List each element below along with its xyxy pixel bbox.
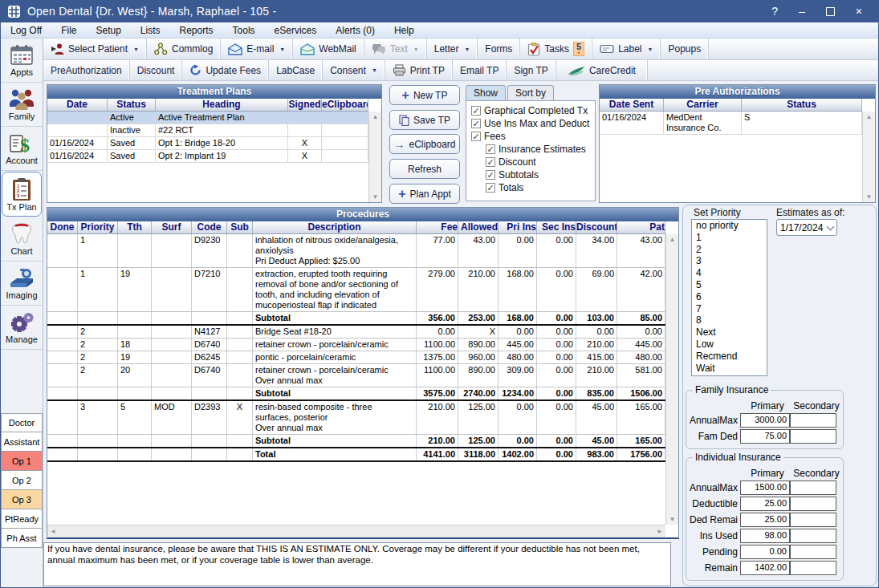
priority-list-item[interactable]: 7 bbox=[692, 303, 767, 315]
priority-list-item[interactable]: 2 bbox=[692, 244, 767, 256]
scroll-down-icon[interactable]: ▼ bbox=[372, 193, 379, 201]
estimate-disclaimer-note[interactable]: If you have dental insurance, please be … bbox=[43, 542, 671, 586]
grid-row[interactable]: 2N4127Bridge Seat #18-200.00X0.000.000.0… bbox=[47, 326, 665, 339]
sidebar-item-chart[interactable]: Chart bbox=[1, 217, 43, 262]
letter-button[interactable]: Letter ▼ bbox=[427, 39, 478, 59]
save-tp-button[interactable]: Save TP bbox=[389, 110, 460, 130]
tasks-count-badge[interactable]: 5▼ bbox=[573, 42, 584, 56]
priority-list-item[interactable]: 1 bbox=[692, 232, 767, 244]
checkbox-subtotals[interactable]: ✓ bbox=[486, 170, 495, 180]
remain-secondary-input[interactable] bbox=[790, 561, 836, 575]
forms-button[interactable]: Forms bbox=[478, 39, 520, 59]
labcase-button[interactable]: LabCase bbox=[269, 60, 323, 80]
grid-row[interactable]: 01/16/2024SavedOpt 1: Bridge 18-20X bbox=[47, 137, 368, 150]
ded-remain-secondary-input[interactable] bbox=[790, 513, 836, 527]
priority-list-item[interactable]: Low bbox=[692, 339, 767, 351]
plan-appt-button[interactable]: +Plan Appt bbox=[389, 184, 460, 204]
fam-ded-primary-input[interactable]: 75.00 bbox=[740, 429, 790, 444]
preauthorization-button[interactable]: PreAuthorization bbox=[43, 60, 130, 80]
deductible-primary-input[interactable]: 25.00 bbox=[740, 497, 790, 511]
checkbox-use-ins-max[interactable]: ✓ bbox=[471, 119, 481, 128]
estimates-date-combobox[interactable]: 1/17/2024 bbox=[776, 219, 837, 236]
deductible-secondary-input[interactable] bbox=[790, 497, 836, 511]
grid-row[interactable]: Subtotal3575.002740.001234.000.00835.001… bbox=[47, 387, 665, 401]
pending-primary-input[interactable]: 0.00 bbox=[740, 545, 790, 559]
scroll-right-icon[interactable]: ► bbox=[657, 528, 663, 535]
op-button-phasst[interactable]: Ph Asst bbox=[1, 529, 43, 548]
checkbox-graphical-completed-tx[interactable]: ✓ bbox=[471, 106, 481, 116]
grid-row[interactable]: Subtotal210.00125.000.000.0045.00165.00 bbox=[47, 435, 665, 448]
set-priority-listbox[interactable]: no priority12345678NextLowRecmendWait bbox=[691, 219, 767, 376]
minimize-button[interactable]: – bbox=[799, 5, 805, 18]
email-button[interactable]: E-mail ▼ bbox=[221, 39, 293, 59]
popups-button[interactable]: Popups bbox=[661, 39, 709, 59]
annual-max-primary-input[interactable]: 3000.00 bbox=[740, 413, 790, 428]
email-tp-button[interactable]: Email TP bbox=[453, 60, 507, 80]
priority-list-item[interactable]: 5 bbox=[692, 279, 767, 291]
scroll-up-icon[interactable]: ▲ bbox=[372, 113, 379, 120]
op-button-ptready[interactable]: PtReady bbox=[1, 509, 43, 529]
webmail-button[interactable]: WebMail bbox=[293, 39, 364, 59]
grid-row[interactable]: 01/16/2024SavedOpt 2: Implant 19X bbox=[47, 150, 368, 163]
sidebar-item-appts[interactable]: Appts bbox=[1, 39, 43, 83]
priority-list-item[interactable]: Recmend bbox=[692, 351, 767, 363]
grid-row[interactable]: Total4141.003118.001402.000.00983.001756… bbox=[47, 448, 665, 462]
menu-reports[interactable]: Reports bbox=[170, 23, 223, 38]
label-button[interactable]: Label ▼ bbox=[592, 39, 661, 59]
sidebar-item-imaging[interactable]: Imaging bbox=[1, 262, 43, 306]
horizontal-scrollbar[interactable]: ◄► bbox=[47, 525, 665, 537]
close-button[interactable]: × bbox=[856, 5, 862, 18]
sidebar-item-family[interactable]: Family bbox=[1, 83, 43, 127]
vertical-scrollbar[interactable]: ▲▼ bbox=[368, 112, 381, 202]
scroll-down-icon[interactable]: ▼ bbox=[866, 193, 873, 201]
sidebar-item-account[interactable]: $ Account bbox=[1, 127, 43, 171]
menu-alerts[interactable]: Alerts (0) bbox=[326, 23, 385, 38]
menu-help[interactable]: Help bbox=[385, 23, 424, 38]
op-button-op3[interactable]: Op 3 bbox=[1, 490, 43, 509]
refresh-button[interactable]: Refresh bbox=[389, 159, 460, 179]
text-button[interactable]: Text ▼ bbox=[364, 39, 427, 59]
maximize-button[interactable] bbox=[826, 7, 835, 16]
scroll-up-icon[interactable]: ▲ bbox=[866, 113, 873, 120]
menu-eservices[interactable]: eServices bbox=[265, 23, 327, 38]
checkbox-totals[interactable]: ✓ bbox=[486, 183, 495, 193]
priority-list-item[interactable]: 8 bbox=[692, 314, 767, 326]
discount-button[interactable]: Discount bbox=[130, 60, 183, 80]
remain-primary-input[interactable]: 1402.00 bbox=[740, 561, 790, 575]
op-button-assistant[interactable]: Assistant bbox=[1, 432, 43, 452]
grid-row[interactable]: 218D6740retainer crown - porcelain/ceram… bbox=[47, 339, 665, 351]
ins-used-primary-input[interactable]: 98.00 bbox=[740, 529, 790, 543]
grid-row[interactable]: 119D7210extraction, erupted tooth requir… bbox=[47, 268, 665, 312]
priority-list-item[interactable]: 6 bbox=[692, 291, 767, 303]
carecredit-button[interactable]: CareCredit bbox=[556, 60, 648, 80]
ins-used-secondary-input[interactable] bbox=[790, 529, 836, 543]
grid-row[interactable]: Subtotal356.00253.00168.000.00103.0085.0… bbox=[47, 312, 665, 326]
update-fees-button[interactable]: Update Fees bbox=[182, 60, 269, 80]
tab-sort-by[interactable]: Sort by bbox=[507, 85, 554, 100]
commlog-button[interactable]: Commlog bbox=[147, 39, 221, 59]
sign-tp-button[interactable]: Sign TP bbox=[507, 60, 555, 80]
grid-row[interactable]: 35MODD2393Xresin-based composite - three… bbox=[47, 401, 665, 435]
consent-button[interactable]: Consent ▼ bbox=[323, 60, 385, 80]
op-button-doctor[interactable]: Doctor bbox=[1, 413, 43, 432]
priority-list-item[interactable]: 4 bbox=[692, 267, 767, 279]
scroll-down-icon[interactable]: ▼ bbox=[669, 516, 676, 523]
ded-remain-primary-input[interactable]: 25.00 bbox=[740, 513, 790, 527]
grid-row[interactable]: 219D6245pontic - porcelain/ceramic1375.0… bbox=[47, 351, 665, 364]
menu-lists[interactable]: Lists bbox=[131, 23, 170, 38]
menu-tools[interactable]: Tools bbox=[223, 23, 265, 38]
priority-list-item[interactable]: Next bbox=[692, 326, 767, 339]
grid-row[interactable]: 01/16/2024MedDent Insurance Co.S bbox=[600, 112, 862, 135]
grid-row[interactable]: 1D9230inhalation of nitrous oxide/analge… bbox=[47, 234, 665, 268]
annual-max-secondary-input[interactable] bbox=[790, 481, 836, 495]
pending-secondary-input[interactable] bbox=[790, 545, 836, 559]
priority-list-item[interactable]: 3 bbox=[692, 255, 767, 267]
annual-max-primary-input[interactable]: 1500.00 bbox=[740, 481, 790, 495]
fam-ded-secondary-input[interactable] bbox=[790, 429, 836, 444]
checkbox-discount[interactable]: ✓ bbox=[486, 157, 495, 167]
checkbox-insurance-estimates[interactable]: ✓ bbox=[486, 144, 495, 154]
priority-list-item[interactable]: Wait bbox=[692, 363, 767, 375]
select-patient-button[interactable]: Select Patient ▼ bbox=[43, 39, 147, 59]
op-button-op2[interactable]: Op 2 bbox=[1, 471, 43, 490]
checkbox-fees[interactable]: ✓ bbox=[471, 132, 481, 141]
